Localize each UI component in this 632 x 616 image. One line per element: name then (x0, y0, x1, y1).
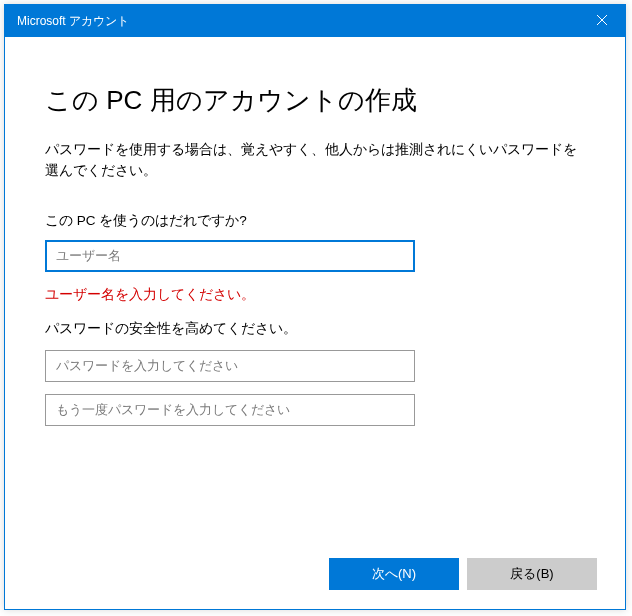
next-button[interactable]: 次へ(N) (329, 558, 459, 590)
window-title: Microsoft アカウント (17, 13, 129, 30)
titlebar: Microsoft アカウント (5, 5, 625, 37)
username-input[interactable] (45, 240, 415, 272)
account-creation-window: Microsoft アカウント この PC 用のアカウントの作成 パスワードを使… (4, 4, 626, 610)
password-confirm-input[interactable] (45, 394, 415, 426)
back-button[interactable]: 戻る(B) (467, 558, 597, 590)
page-description: パスワードを使用する場合は、覚えやすく、他人からは推測されにくいパスワードを選ん… (45, 140, 585, 182)
password-section-label: パスワードの安全性を高めてください。 (45, 320, 585, 338)
close-button[interactable] (579, 5, 625, 37)
password-input[interactable] (45, 350, 415, 382)
page-title: この PC 用のアカウントの作成 (45, 83, 585, 118)
footer: 次へ(N) 戻る(B) (5, 539, 625, 609)
username-error: ユーザー名を入力してください。 (45, 286, 585, 304)
username-label: この PC を使うのはだれですか? (45, 212, 585, 230)
close-icon (597, 14, 607, 28)
content-area: この PC 用のアカウントの作成 パスワードを使用する場合は、覚えやすく、他人か… (5, 37, 625, 539)
